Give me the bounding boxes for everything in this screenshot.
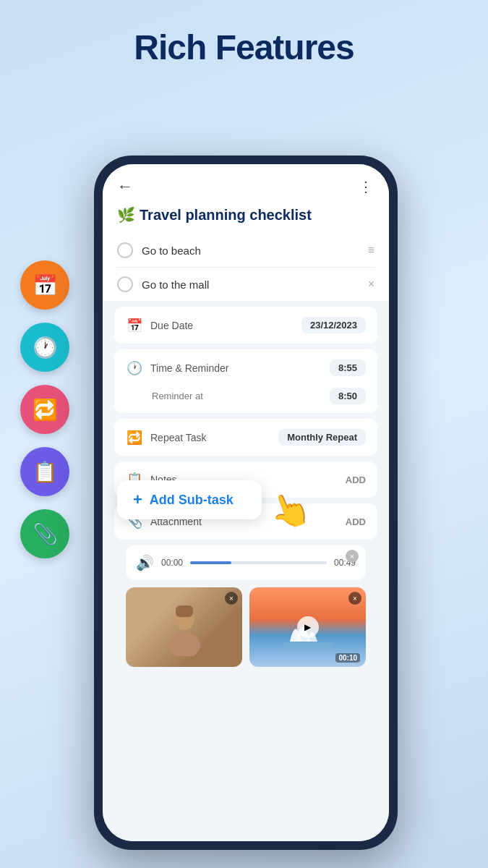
- audio-icon: 🔊: [136, 554, 154, 571]
- task-title-emoji: 🌿: [117, 206, 135, 224]
- thumb-close-portrait[interactable]: ×: [225, 592, 238, 605]
- task-item: Go to beach ≡: [117, 234, 374, 268]
- task-text-1: Go to beach: [142, 244, 359, 257]
- more-button[interactable]: ⋮: [359, 178, 374, 195]
- phone-frame: ← ⋮ 🌿 Travel planning checklist Go to be…: [94, 156, 398, 850]
- add-subtask-plus-icon: +: [133, 490, 142, 509]
- audio-player-row: × 🔊 00:00 00:49: [126, 545, 366, 580]
- thumbnail-landscape[interactable]: ▶ × 00:10: [249, 587, 366, 667]
- svg-rect-2: [176, 605, 193, 617]
- task-checkbox-1[interactable]: [117, 242, 133, 258]
- task-title-text: Travel planning checklist: [140, 207, 312, 224]
- thumbnails-row: ×: [114, 580, 377, 667]
- thumb-duration: 00:10: [335, 653, 360, 663]
- side-icon-notes[interactable]: 📋: [20, 447, 69, 496]
- svg-point-1: [168, 632, 200, 656]
- time-value[interactable]: 8:55: [330, 359, 366, 376]
- task-action-2[interactable]: ×: [368, 278, 374, 291]
- side-icon-calendar[interactable]: 📅: [20, 260, 69, 310]
- reminder-at-label: Reminder at: [152, 391, 203, 401]
- back-button[interactable]: ←: [117, 177, 133, 196]
- task-title-row: 🌿 Travel planning checklist: [103, 202, 389, 234]
- svg-rect-4: [283, 642, 333, 650]
- due-date-icon: 📅: [126, 318, 143, 333]
- audio-close-button[interactable]: ×: [346, 550, 359, 563]
- task-list: Go to beach ≡ Go to the mall ×: [103, 234, 389, 301]
- task-checkbox-2[interactable]: [117, 276, 133, 292]
- task-item-2: Go to the mall ×: [117, 268, 374, 301]
- page-title: Rich Features: [0, 0, 488, 67]
- thumbnail-portrait[interactable]: ×: [126, 587, 242, 667]
- due-date-label: Due Date: [150, 320, 294, 331]
- time-icon: 🕐: [126, 360, 143, 376]
- details-section: 📅 Due Date 23/12/2023 🕐 Time & Reminder …: [103, 301, 389, 841]
- task-action-1[interactable]: ≡: [368, 244, 374, 257]
- repeat-icon: 🔁: [126, 430, 143, 446]
- phone-screen: ← ⋮ 🌿 Travel planning checklist Go to be…: [103, 164, 389, 841]
- audio-progress-bar[interactable]: [190, 561, 327, 564]
- reminder-at-value[interactable]: 8:50: [330, 388, 366, 404]
- due-date-value[interactable]: 23/12/2023: [301, 317, 366, 333]
- add-subtask-popup[interactable]: + Add Sub-task: [117, 480, 262, 519]
- play-button[interactable]: ▶: [297, 616, 319, 638]
- attachment-add-button[interactable]: ADD: [346, 516, 366, 527]
- screen-topbar: ← ⋮: [103, 164, 389, 202]
- audio-progress-fill: [190, 561, 231, 564]
- side-icons-container: 📅 🕐 🔁 📋 📎: [20, 260, 69, 558]
- detail-row-repeat: 🔁 Repeat Task Monthly Repeat: [114, 419, 377, 456]
- reminder-sub-row: Reminder at 8:50: [114, 382, 377, 413]
- side-icon-repeat[interactable]: 🔁: [20, 385, 69, 434]
- detail-row-time: 🕐 Time & Reminder 8:55: [114, 349, 377, 386]
- time-label: Time & Reminder: [150, 362, 322, 374]
- repeat-value[interactable]: Monthly Repeat: [278, 429, 366, 446]
- add-subtask-label: Add Sub-task: [150, 493, 234, 508]
- side-icon-clock[interactable]: 🕐: [20, 323, 69, 372]
- task-text-2: Go to the mall: [142, 278, 359, 291]
- notes-add-button[interactable]: ADD: [346, 475, 366, 485]
- thumb-close-landscape[interactable]: ×: [348, 592, 361, 605]
- detail-row-due-date: 📅 Due Date 23/12/2023: [114, 307, 377, 344]
- side-icon-attach[interactable]: 📎: [20, 509, 69, 558]
- audio-time-start: 00:00: [161, 558, 183, 568]
- repeat-label: Repeat Task: [150, 432, 271, 443]
